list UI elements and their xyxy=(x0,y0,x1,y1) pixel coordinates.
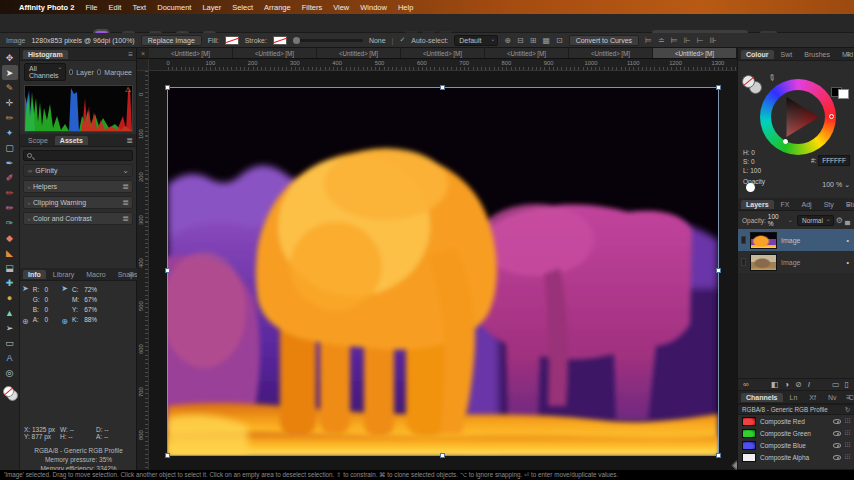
erase-tool[interactable]: ◆ xyxy=(2,230,18,245)
tab-links[interactable]: Ln xyxy=(785,393,803,402)
tab-swatches[interactable]: Swt xyxy=(776,50,798,59)
layer-row-photo-image[interactable]: Image • xyxy=(738,251,854,273)
menu-item-document[interactable]: Document xyxy=(157,3,191,12)
sampler-target-icon[interactable]: ⊕ xyxy=(22,317,29,326)
menu-item-text[interactable]: Text xyxy=(132,3,146,12)
layer-visibility-toggle[interactable]: • xyxy=(847,259,849,266)
selection-brush-tool[interactable]: ✏ xyxy=(2,110,18,125)
assets-section-helpers[interactable]: ›Helpers ≣ xyxy=(23,180,133,193)
zoom-tool[interactable]: ◎ xyxy=(2,365,18,380)
channel-edit-icon[interactable]: ᎒᎒᎒ xyxy=(844,442,850,448)
text-frame-icon[interactable]: I xyxy=(808,380,810,389)
layer-checkbox[interactable] xyxy=(741,236,746,244)
layer-opacity-value[interactable]: 100 % xyxy=(768,213,786,227)
layer-thumbnail[interactable] xyxy=(750,232,777,249)
group-layers-icon[interactable]: ▭ xyxy=(832,380,840,389)
selection-handle[interactable] xyxy=(165,453,170,458)
align-right-icon[interactable]: ⊨ xyxy=(671,36,678,45)
histogram-menu-icon[interactable]: ≡ xyxy=(128,50,133,59)
histogram-warning-icon[interactable]: ⚠ xyxy=(125,86,131,94)
selection-handle[interactable] xyxy=(165,85,170,90)
tab-assets[interactable]: Assets xyxy=(55,136,88,145)
assets-section-clipping-warning[interactable]: ›Clipping Warning ≣ xyxy=(23,196,133,209)
channel-edit-icon[interactable]: ᎒᎒᎒ xyxy=(844,418,850,424)
shape-tool[interactable]: ▭ xyxy=(2,335,18,350)
sharpen-tool[interactable]: ▲ xyxy=(2,305,18,320)
channel-edit-icon[interactable]: ᎒᎒᎒ xyxy=(844,454,850,460)
tab-colour[interactable]: Colour xyxy=(741,50,774,59)
tab-histogram[interactable]: Histogram xyxy=(23,50,68,59)
reset-channels-icon[interactable]: ↻ xyxy=(845,406,850,413)
colour-picker-tool[interactable]: ✎ xyxy=(2,80,18,95)
sampler-cursor-icon[interactable]: ➤ xyxy=(22,284,29,293)
layer-checkbox[interactable] xyxy=(741,258,746,266)
blend-mode-dropdown[interactable]: Normal xyxy=(797,215,834,226)
document-tab-0[interactable]: <Untitled> [M] xyxy=(149,48,233,58)
document-tab-3[interactable]: <Untitled> [M] xyxy=(401,48,485,58)
channel-edit-icon[interactable]: ᎒᎒᎒ xyxy=(844,430,850,436)
insert-behind-icon[interactable]: ⊡ xyxy=(556,36,563,45)
view-tool[interactable]: ✥ xyxy=(2,50,18,65)
menu-item-arrange[interactable]: Arrange xyxy=(264,3,291,12)
flood-select-tool[interactable]: ✦ xyxy=(2,125,18,140)
selection-handle[interactable] xyxy=(716,85,721,90)
document-tab-2[interactable]: <Untitled> [M] xyxy=(317,48,401,58)
category-caret-icon[interactable]: ⌄ xyxy=(122,166,129,175)
fill-stroke-swatches[interactable] xyxy=(3,386,17,400)
selection-handle[interactable] xyxy=(440,85,445,90)
layer-visibility-toggle[interactable]: • xyxy=(847,237,849,244)
move-tool[interactable]: ➤ xyxy=(2,65,18,80)
channel-row-red[interactable]: Composite Red ᎒᎒᎒ xyxy=(738,415,854,427)
mask-layer-icon[interactable]: ◧ xyxy=(771,380,779,389)
stroke-swatch[interactable] xyxy=(273,36,287,45)
menu-item-layer[interactable]: Layer xyxy=(202,3,221,12)
stroke-style-value[interactable]: None xyxy=(369,37,386,44)
shade-selector-dot[interactable] xyxy=(783,139,788,144)
assets-menu-icon[interactable]: ≣ xyxy=(126,136,133,145)
opacity-swatch[interactable] xyxy=(746,183,755,192)
clone-brush-tool[interactable]: ⬓ xyxy=(2,260,18,275)
tab-navigator[interactable]: Nv xyxy=(823,393,842,402)
section-menu-icon[interactable]: ≣ xyxy=(122,198,129,207)
histogram-channel-dropdown[interactable]: All Channels xyxy=(24,63,66,81)
align-bottom-icon[interactable]: ⊪ xyxy=(710,36,717,45)
live-filter-icon[interactable]: ⊘ xyxy=(795,380,802,389)
cycle-selection-icon[interactable]: ▦ xyxy=(542,36,550,45)
menu-item-edit[interactable]: Edit xyxy=(109,3,122,12)
show-handles-icon[interactable]: ⊞ xyxy=(530,36,537,45)
assets-category-dropdown[interactable]: GFinity xyxy=(35,167,57,174)
tab-styles[interactable]: Sty xyxy=(819,200,839,209)
hue-selector-dot[interactable] xyxy=(829,114,834,119)
document-tab-1[interactable]: <Untitled> [M] xyxy=(233,48,317,58)
sampler-target-icon[interactable]: ⊕ xyxy=(61,317,68,326)
hex-field[interactable]: #: FFFFFF xyxy=(811,157,850,164)
menu-item-view[interactable]: View xyxy=(333,3,349,12)
hide-selection-icon[interactable]: ⊟ xyxy=(517,36,524,45)
stroke-width-slider[interactable] xyxy=(293,39,363,42)
align-left-icon[interactable]: ⊨ xyxy=(645,36,652,45)
fill-swatch[interactable] xyxy=(225,36,239,45)
section-menu-icon[interactable]: ≣ xyxy=(122,182,129,191)
healing-brush-tool[interactable]: ✚ xyxy=(2,275,18,290)
layer-row-depth-image[interactable]: Image • xyxy=(738,229,854,251)
channel-visibility-icon[interactable] xyxy=(833,431,841,436)
channels-menu-icon[interactable]: ≡ xyxy=(846,393,851,402)
tab-macro[interactable]: Macro xyxy=(81,270,110,279)
tab-library[interactable]: Library xyxy=(48,270,79,279)
paint-brush-tool[interactable]: ✐ xyxy=(2,170,18,185)
blend-options-gear-icon[interactable]: ⚙ xyxy=(836,216,843,225)
menu-item-filters[interactable]: Filters xyxy=(302,3,322,12)
channel-row-blue[interactable]: Composite Blue ᎒᎒᎒ xyxy=(738,439,854,451)
tab-layers[interactable]: Layers xyxy=(741,200,774,209)
channel-row-alpha[interactable]: Composite Alpha ᎒᎒᎒ xyxy=(738,451,854,463)
tab-channels[interactable]: Channels xyxy=(741,393,783,402)
info-menu-icon[interactable]: ≡ xyxy=(129,270,134,279)
selection-handle[interactable] xyxy=(716,453,721,458)
sampler-cursor-icon[interactable]: ➤ xyxy=(61,284,68,293)
image-canvas[interactable] xyxy=(168,88,718,455)
link-layer-icon[interactable]: ∞ xyxy=(743,380,749,389)
selection-handle[interactable] xyxy=(716,268,721,273)
assets-search-input[interactable] xyxy=(23,150,133,161)
layers-menu-icon[interactable]: ≡ xyxy=(846,200,851,209)
layer-radio[interactable] xyxy=(69,69,74,75)
